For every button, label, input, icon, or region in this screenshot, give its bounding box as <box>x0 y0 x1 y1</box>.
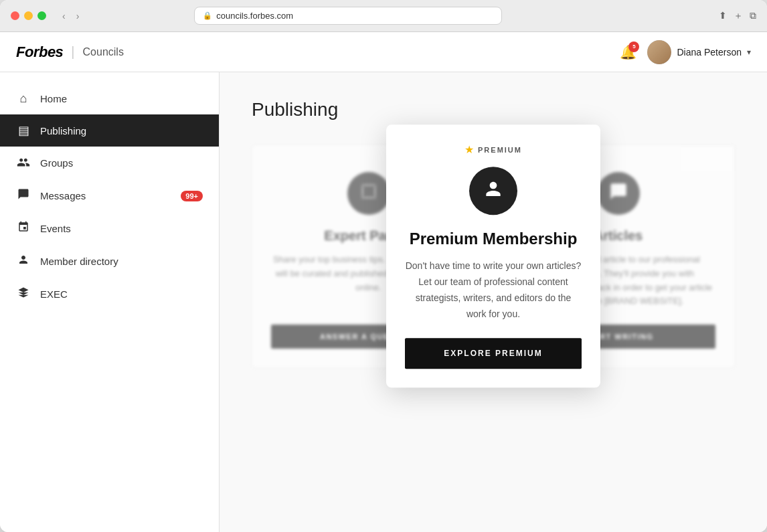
logo-separator: | <box>71 44 74 60</box>
traffic-light-minimize[interactable] <box>24 11 33 20</box>
premium-modal: ★ PREMIUM Premium Membership <box>386 124 600 387</box>
tab-overview-icon[interactable]: ⧉ <box>750 10 756 22</box>
page-title: Publishing <box>252 99 735 120</box>
articles-title: Articles <box>594 228 643 244</box>
groups-icon <box>16 155 31 171</box>
sidebar-item-events[interactable]: Events <box>0 212 219 245</box>
sidebar-item-messages[interactable]: Messages 99+ <box>0 179 219 212</box>
premium-icon <box>483 178 504 204</box>
logo-area: Forbes | Councils <box>16 43 124 61</box>
messages-badge: 99+ <box>181 191 203 201</box>
browser-actions: ⬆ ＋ ⧉ <box>719 10 756 22</box>
home-icon: ⌂ <box>16 92 31 106</box>
articles-icon-circle <box>597 172 640 215</box>
sidebar-item-groups[interactable]: Groups <box>0 147 219 179</box>
expert-panels-icon <box>359 182 378 205</box>
sidebar-item-publishing[interactable]: ▤ Publishing <box>0 114 219 147</box>
member-directory-icon <box>16 254 31 269</box>
browser-window: ‹ › 🔒 councils.forbes.com ⬆ ＋ ⧉ Forbes |… <box>0 0 767 532</box>
sidebar: ⌂ Home ▤ Publishing Groups <box>0 72 220 532</box>
notification-button[interactable]: 🔔 5 <box>620 44 636 60</box>
sidebar-label-home: Home <box>40 93 203 104</box>
premium-icon-circle <box>469 167 517 215</box>
app-header: Forbes | Councils 🔔 5 Diana Peterson ▾ <box>0 32 767 72</box>
avatar-image <box>647 40 671 64</box>
address-bar[interactable]: 🔒 councils.forbes.com <box>194 7 502 25</box>
new-tab-icon[interactable]: ＋ <box>734 10 743 22</box>
logo-forbes: Forbes <box>16 43 63 61</box>
back-button[interactable]: ‹ <box>60 9 68 23</box>
logo-councils: Councils <box>83 46 124 58</box>
cards-container: Expert Panels Share your top business ti… <box>252 145 735 368</box>
publishing-icon: ▤ <box>16 123 31 138</box>
chevron-down-icon: ▾ <box>747 48 751 57</box>
star-icon: ★ <box>464 143 474 156</box>
page-inner: Publishing Expert Panels <box>220 72 767 395</box>
browser-chrome: ‹ › 🔒 councils.forbes.com ⬆ ＋ ⧉ <box>0 0 767 32</box>
app-container: Forbes | Councils 🔔 5 Diana Peterson ▾ <box>0 32 767 532</box>
sidebar-label-publishing: Publishing <box>40 125 203 137</box>
avatar <box>647 40 671 64</box>
expert-panels-icon-circle <box>347 172 390 215</box>
traffic-light-fullscreen[interactable] <box>37 11 46 20</box>
browser-controls: ‹ › <box>60 9 82 23</box>
sidebar-item-exec[interactable]: EXEC <box>0 278 219 311</box>
url-text: councils.forbes.com <box>216 11 293 21</box>
header-right: 🔔 5 Diana Peterson ▾ <box>620 40 751 64</box>
page-content: Publishing Expert Panels <box>220 72 767 532</box>
share-icon[interactable]: ⬆ <box>719 10 727 22</box>
premium-title: Premium Membership <box>405 228 582 249</box>
sidebar-item-member-directory[interactable]: Member directory <box>0 245 219 278</box>
premium-badge: ★ PREMIUM <box>405 143 582 156</box>
exec-icon <box>16 286 31 302</box>
premium-description: Don't have time to write your own articl… <box>405 259 582 323</box>
articles-icon <box>609 182 628 205</box>
notification-badge: 5 <box>628 41 639 52</box>
sidebar-label-groups: Groups <box>40 157 203 169</box>
traffic-light-close[interactable] <box>11 11 19 20</box>
sidebar-item-home[interactable]: ⌂ Home <box>0 83 219 114</box>
sidebar-label-events: Events <box>40 223 203 234</box>
lock-icon: 🔒 <box>203 11 212 20</box>
traffic-lights <box>11 11 46 20</box>
forward-button[interactable]: › <box>74 9 82 23</box>
explore-premium-button[interactable]: EXPLORE PREMIUM <box>405 339 582 369</box>
events-icon <box>16 221 31 236</box>
premium-label: PREMIUM <box>478 146 522 154</box>
sidebar-label-messages: Messages <box>40 190 171 201</box>
messages-icon <box>16 188 31 203</box>
main-area: ⌂ Home ▤ Publishing Groups <box>0 72 767 532</box>
user-name: Diana Peterson <box>677 47 742 58</box>
user-info[interactable]: Diana Peterson ▾ <box>647 40 751 64</box>
sidebar-label-exec: EXEC <box>40 288 203 300</box>
sidebar-label-member-directory: Member directory <box>40 256 203 267</box>
